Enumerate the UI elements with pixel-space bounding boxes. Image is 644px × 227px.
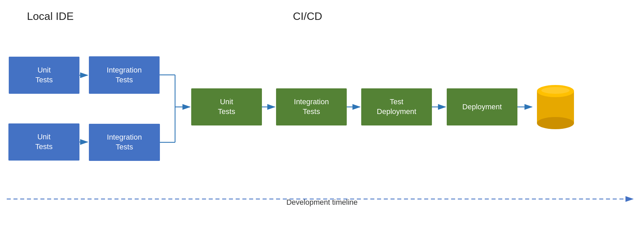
timeline-container: Development timeline (7, 180, 637, 207)
integration-tests-box-2: IntegrationTests (89, 124, 160, 161)
cicd-integration-tests-box: IntegrationTests (276, 88, 347, 125)
diagram-container: Local IDE CI/CD UnitTests IntegrationTes… (0, 0, 644, 227)
unit-tests-box-1: UnitTests (9, 57, 79, 94)
cicd-label: CI/CD (293, 10, 322, 23)
cicd-unit-tests-box: UnitTests (191, 88, 262, 125)
svg-point-1 (537, 117, 574, 129)
integration-tests-box-1: IntegrationTests (89, 56, 160, 94)
cicd-test-deployment-box: TestDeployment (361, 88, 432, 125)
local-ide-label: Local IDE (27, 10, 74, 23)
timeline-label: Development timeline (286, 198, 358, 207)
svg-point-3 (541, 87, 570, 94)
database-cylinder (534, 81, 577, 133)
cicd-deployment-box: Deployment (447, 88, 517, 125)
unit-tests-box-2: UnitTests (8, 123, 79, 161)
